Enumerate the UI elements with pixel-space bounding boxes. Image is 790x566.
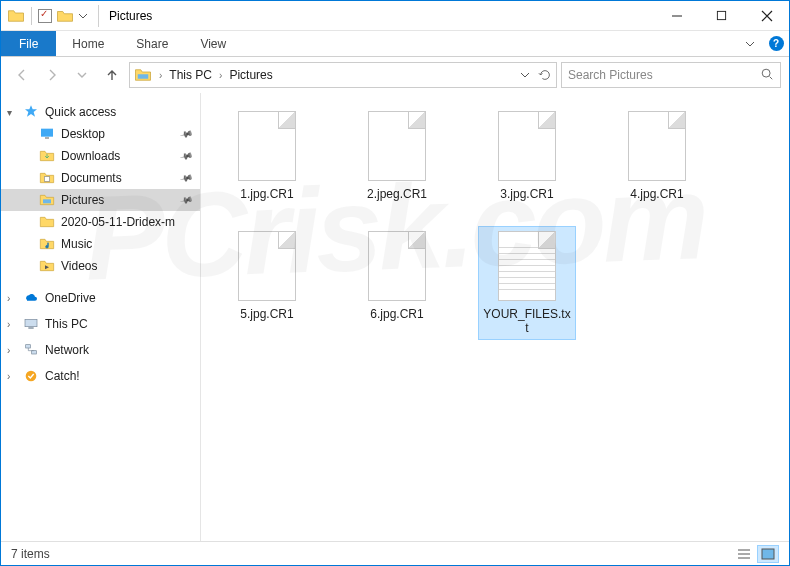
file-item[interactable]: 3.jpg.CR1 — [479, 107, 575, 205]
help-icon: ? — [769, 36, 784, 51]
chevron-right-icon[interactable]: › — [216, 70, 225, 81]
details-view-button[interactable] — [733, 545, 755, 563]
sidebar-item-label: Catch! — [45, 369, 80, 383]
svg-rect-12 — [762, 549, 774, 559]
sidebar-item-label: OneDrive — [45, 291, 96, 305]
sidebar-item-desktop[interactable]: Desktop📌 — [1, 123, 200, 145]
sidebar-item-label: Downloads — [61, 149, 120, 163]
pin-icon: 📌 — [179, 171, 194, 185]
file-name: 5.jpg.CR1 — [240, 307, 293, 321]
qat-dropdown-icon[interactable] — [78, 11, 88, 21]
titlebar: Pictures — [1, 1, 789, 31]
up-button[interactable] — [99, 62, 125, 88]
qat-properties-icon[interactable] — [38, 9, 52, 23]
svg-rect-0 — [717, 11, 725, 19]
sidebar-item-music[interactable]: Music — [1, 233, 200, 255]
blank-file-icon — [368, 231, 426, 301]
blank-file-icon — [498, 111, 556, 181]
file-name: 3.jpg.CR1 — [500, 187, 553, 201]
svg-point-2 — [762, 69, 770, 77]
svg-rect-1 — [138, 74, 149, 79]
address-dropdown-icon[interactable] — [520, 70, 530, 80]
sidebar-item-2020-05-11-dridex-m[interactable]: 2020-05-11-Dridex-m — [1, 211, 200, 233]
navigation-pane[interactable]: ▾ Quick access Desktop📌Downloads📌Documen… — [1, 93, 201, 541]
file-item[interactable]: YOUR_FILES.txt — [479, 227, 575, 339]
qat-newfolder-icon[interactable] — [56, 7, 74, 25]
ribbon: File Home Share View ? — [1, 31, 789, 57]
svg-rect-8 — [28, 327, 33, 328]
large-icons-view-button[interactable] — [757, 545, 779, 563]
sidebar-item-label: Pictures — [61, 193, 104, 207]
quick-access-group: ▾ Quick access Desktop📌Downloads📌Documen… — [1, 101, 200, 277]
chevron-right-icon[interactable]: › — [7, 371, 17, 382]
maximize-button[interactable] — [699, 1, 744, 31]
file-item[interactable]: 2.jpeg.CR1 — [349, 107, 445, 205]
blank-file-icon — [238, 231, 296, 301]
tab-view[interactable]: View — [184, 31, 242, 56]
svg-rect-6 — [43, 199, 51, 203]
file-item[interactable]: 1.jpg.CR1 — [219, 107, 315, 205]
body: ▾ Quick access Desktop📌Downloads📌Documen… — [1, 93, 789, 541]
quick-access-root[interactable]: ▾ Quick access — [1, 101, 200, 123]
chevron-down-icon[interactable]: ▾ — [7, 107, 17, 118]
help-button[interactable]: ? — [763, 31, 789, 56]
tab-home[interactable]: Home — [56, 31, 120, 56]
downloads-icon — [39, 148, 55, 164]
svg-point-11 — [26, 371, 37, 382]
blank-file-icon — [628, 111, 686, 181]
ribbon-expand-button[interactable] — [737, 31, 763, 56]
svg-rect-3 — [41, 129, 53, 137]
back-button[interactable] — [9, 62, 35, 88]
crumb-this-pc[interactable]: This PC — [167, 68, 214, 82]
file-name: 2.jpeg.CR1 — [367, 187, 427, 201]
sidebar-item-label: 2020-05-11-Dridex-m — [61, 215, 175, 229]
file-item[interactable]: 6.jpg.CR1 — [349, 227, 445, 339]
file-tab[interactable]: File — [1, 31, 56, 56]
recent-button[interactable] — [69, 62, 95, 88]
file-item[interactable]: 5.jpg.CR1 — [219, 227, 315, 339]
refresh-icon[interactable] — [538, 68, 552, 82]
sidebar-item-network[interactable]: ›Network — [1, 339, 200, 361]
sidebar-item-downloads[interactable]: Downloads📌 — [1, 145, 200, 167]
quick-access-toolbar — [1, 7, 94, 25]
file-item[interactable]: 4.jpg.CR1 — [609, 107, 705, 205]
videos-icon — [39, 258, 55, 274]
tab-share[interactable]: Share — [120, 31, 184, 56]
search-placeholder: Search Pictures — [568, 68, 653, 82]
sidebar-item-label: Documents — [61, 171, 122, 185]
folder-icon — [39, 214, 55, 230]
minimize-button[interactable] — [654, 1, 699, 31]
breadcrumb[interactable]: › This PC › Pictures — [129, 62, 557, 88]
folder-icon — [7, 7, 25, 25]
pictures-icon — [39, 192, 55, 208]
files-pane[interactable]: 1.jpg.CR12.jpeg.CR13.jpg.CR14.jpg.CR15.j… — [201, 93, 789, 541]
sidebar-item-this-pc[interactable]: ›This PC — [1, 313, 200, 335]
pin-icon: 📌 — [179, 193, 194, 207]
sidebar-item-pictures[interactable]: Pictures📌 — [1, 189, 200, 211]
svg-rect-5 — [44, 177, 49, 182]
documents-icon — [39, 170, 55, 186]
chevron-right-icon[interactable]: › — [7, 345, 17, 356]
desktop-icon — [39, 126, 55, 142]
sidebar-item-onedrive[interactable]: ›OneDrive — [1, 287, 200, 309]
item-count: 7 items — [11, 547, 50, 561]
crumb-pictures[interactable]: Pictures — [227, 68, 274, 82]
sidebar-item-videos[interactable]: Videos — [1, 255, 200, 277]
quick-access-label: Quick access — [45, 105, 116, 119]
onedrive-icon — [23, 290, 39, 306]
sidebar-item-catch-[interactable]: ›Catch! — [1, 365, 200, 387]
pin-icon: 📌 — [179, 149, 194, 163]
search-input[interactable]: Search Pictures — [561, 62, 781, 88]
qat-divider — [31, 7, 32, 25]
chevron-right-icon[interactable]: › — [156, 70, 165, 81]
forward-button[interactable] — [39, 62, 65, 88]
sidebar-item-documents[interactable]: Documents📌 — [1, 167, 200, 189]
chevron-right-icon[interactable]: › — [7, 293, 17, 304]
file-name: 4.jpg.CR1 — [630, 187, 683, 201]
svg-rect-4 — [45, 137, 49, 138]
this-pc-icon — [23, 316, 39, 332]
close-button[interactable] — [744, 1, 789, 31]
chevron-right-icon[interactable]: › — [7, 319, 17, 330]
file-name: YOUR_FILES.txt — [483, 307, 571, 335]
file-name: 6.jpg.CR1 — [370, 307, 423, 321]
